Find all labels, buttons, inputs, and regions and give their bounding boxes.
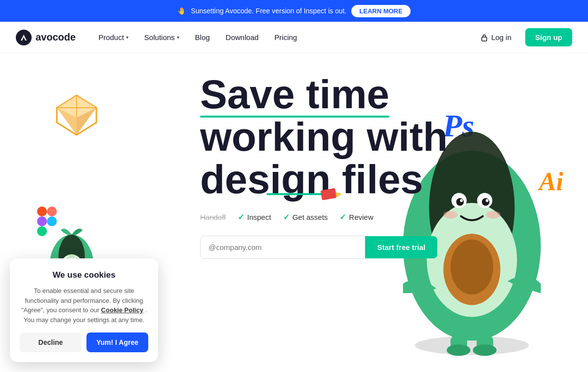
cookie-buttons: Decline Yum! I Agree (20, 332, 148, 352)
hero-title: Save time working with design files (200, 73, 471, 201)
logo[interactable]: avocode (16, 30, 76, 45)
hero-title-line2: working with (200, 114, 448, 159)
start-trial-button[interactable]: Start free trial (365, 236, 437, 258)
nav-pricing[interactable]: Pricing (267, 29, 304, 45)
navbar: avocode Product ▾ Solutions ▾ Blog Downl… (0, 22, 588, 53)
hero-features: Handoff ✓ Inspect ✓ Get assets ✓ Review (200, 212, 471, 222)
decline-button[interactable]: Decline (20, 332, 82, 352)
nav-right: Log in Sign up (472, 28, 572, 46)
nav-download[interactable]: Download (219, 29, 266, 45)
top-banner: 🤚 Sunsetting Avocode. Free version of In… (0, 0, 588, 22)
email-input[interactable] (200, 236, 365, 259)
svg-point-34 (486, 211, 501, 218)
hero-cta: Start free trial (200, 236, 437, 259)
solutions-chevron-icon: ▾ (177, 35, 179, 40)
login-button[interactable]: Log in (472, 29, 519, 45)
cookie-policy-link[interactable]: Cookie Policy (101, 306, 143, 314)
svg-point-37 (447, 344, 470, 356)
lock-icon (480, 34, 488, 41)
svg-rect-1 (482, 37, 487, 41)
svg-rect-9 (47, 207, 57, 216)
sketch-diamond-icon (54, 93, 99, 137)
cookie-body: To enable essential and secure site func… (20, 286, 148, 325)
feature-get-assets: ✓ Get assets (283, 212, 328, 222)
feature-review: ✓ Review (339, 212, 373, 222)
cookie-title: We use cookies (20, 270, 148, 280)
logo-text: avocode (36, 32, 76, 43)
hero-content: Save time working with design files Hand… (101, 73, 487, 259)
svg-marker-41 (336, 191, 341, 197)
svg-rect-8 (37, 207, 47, 216)
product-chevron-icon: ▾ (126, 35, 128, 40)
hero-title-line1: Save time (200, 73, 389, 116)
learn-more-button[interactable]: LEARN MORE (351, 5, 410, 17)
agree-button[interactable]: Yum! I Agree (86, 332, 148, 352)
svg-point-0 (16, 30, 32, 45)
logo-icon (16, 30, 32, 45)
nav-product[interactable]: Product ▾ (91, 29, 135, 45)
nav-links: Product ▾ Solutions ▾ Blog Download Pric… (91, 29, 472, 45)
pencil-icon (267, 187, 341, 202)
banner-emoji: 🤚 (177, 7, 186, 15)
feature-inspect: ✓ Inspect (238, 212, 271, 222)
cookie-banner: We use cookies To enable essential and s… (10, 258, 158, 362)
signup-button[interactable]: Sign up (525, 28, 572, 46)
nav-blog[interactable]: Blog (188, 29, 217, 45)
feature-handoff-strikethrough: Handoff (200, 213, 226, 221)
svg-point-38 (473, 344, 497, 356)
nav-solutions[interactable]: Solutions ▾ (137, 29, 186, 45)
svg-rect-40 (320, 188, 336, 201)
banner-text: Sunsetting Avocode. Free version of Insp… (191, 7, 346, 15)
